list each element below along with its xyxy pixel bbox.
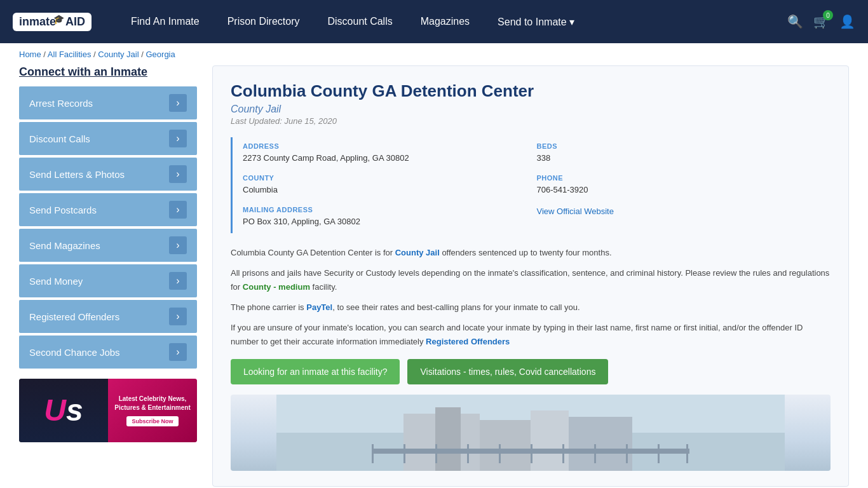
svg-rect-12 <box>467 444 469 463</box>
facility-description: Columbia County GA Detention Center is f… <box>231 246 831 349</box>
sidebar-item-registered-offenders[interactable]: Registered Offenders › <box>19 300 197 333</box>
desc1-cont: offenders sentenced up to twenty four mo… <box>440 248 612 257</box>
logo[interactable]: inmate 🎓 AID <box>13 13 92 31</box>
facility-type: County Jail <box>231 104 831 115</box>
sidebar-item-second-chance-jobs[interactable]: Second Chance Jobs › <box>19 336 197 369</box>
mailing-label: MAILING ADDRESS <box>243 206 532 214</box>
breadcrumb-all-facilities[interactable]: All Facilities <box>48 50 92 59</box>
action-buttons: Looking for an inmate at this facility? … <box>231 359 831 384</box>
desc2-link[interactable]: County - medium <box>243 282 310 292</box>
sidebar-item-label: Arrest Records <box>29 98 93 109</box>
breadcrumb-county-jail[interactable]: County Jail <box>98 50 139 59</box>
info-website: View Official Website <box>537 201 831 233</box>
desc1-text: Columbia County GA Detention Center is f… <box>231 248 395 257</box>
facility-image <box>231 395 831 471</box>
facility-content: Columbia County GA Detention Center Coun… <box>212 65 849 487</box>
address-value: 2273 County Camp Road, Appling, GA 30802 <box>243 152 532 164</box>
sidebar-arrow-icon: › <box>169 308 187 325</box>
sidebar-arrow-icon: › <box>169 201 187 219</box>
sidebar-item-label: Second Chance Jobs <box>29 347 120 358</box>
nav-discount-calls[interactable]: Discount Calls <box>313 0 406 43</box>
nav-send-to-inmate[interactable]: Send to Inmate ▾ <box>484 0 588 43</box>
sidebar-item-label: Discount Calls <box>29 133 90 144</box>
svg-rect-17 <box>626 444 628 463</box>
desc-para-4: If you are unsure of your inmate's locat… <box>231 321 831 349</box>
ad-logo: Us <box>44 395 83 426</box>
sidebar-item-send-money[interactable]: Send Money › <box>19 264 197 297</box>
svg-rect-10 <box>403 444 405 463</box>
desc-para-3: The phone carrier is PayTel, to see thei… <box>231 301 831 315</box>
svg-rect-4 <box>435 407 461 471</box>
desc3-cont: , to see their rates and best-calling pl… <box>332 302 580 312</box>
search-icon[interactable]: 🔍 <box>787 14 803 29</box>
svg-rect-19 <box>686 444 688 463</box>
svg-rect-14 <box>531 444 532 463</box>
desc3-link[interactable]: PayTel <box>306 302 332 312</box>
website-link[interactable]: View Official Website <box>537 207 614 216</box>
svg-rect-13 <box>499 444 501 463</box>
sidebar-ad[interactable]: Us Latest Celebrity News, Pictures & Ent… <box>19 379 197 442</box>
desc4-link[interactable]: Registered Offenders <box>426 337 510 346</box>
breadcrumb-state[interactable]: Georgia <box>146 50 175 59</box>
sidebar: Connect with an Inmate Arrest Records › … <box>19 65 197 487</box>
nav-prison-directory[interactable]: Prison Directory <box>214 0 314 43</box>
sidebar-arrow-icon: › <box>169 272 187 290</box>
logo-hat-icon: 🎓 <box>53 14 64 24</box>
sidebar-arrow-icon: › <box>169 236 187 254</box>
info-county: COUNTY Columbia <box>243 169 537 201</box>
info-phone: PHONE 706-541-3920 <box>537 169 831 201</box>
find-inmate-button[interactable]: Looking for an inmate at this facility? <box>231 359 400 384</box>
sidebar-item-send-letters[interactable]: Send Letters & Photos › <box>19 158 197 191</box>
beds-value: 338 <box>537 152 826 164</box>
svg-rect-5 <box>480 420 531 471</box>
desc4-text: If you are unsure of your inmate's locat… <box>231 323 803 346</box>
sidebar-item-send-magazines[interactable]: Send Magazines › <box>19 229 197 262</box>
visitations-button[interactable]: Visitations - times, rules, Covid cancel… <box>407 359 608 384</box>
sidebar-item-label: Registered Offenders <box>29 311 119 322</box>
facility-info-grid: ADDRESS 2273 County Camp Road, Appling, … <box>231 137 831 233</box>
sidebar-item-label: Send Magazines <box>29 240 100 251</box>
svg-rect-7 <box>569 417 632 471</box>
desc-para-1: Columbia County GA Detention Center is f… <box>231 246 831 260</box>
navbar-links: Find An Inmate Prison Directory Discount… <box>117 0 787 43</box>
sidebar-arrow-icon: › <box>169 94 187 112</box>
navbar-icons: 🔍 🛒 0 👤 <box>787 14 855 29</box>
ad-text: Latest Celebrity News, Pictures & Entert… <box>113 395 192 412</box>
info-beds: BEDS 338 <box>537 137 831 169</box>
ad-right: Latest Celebrity News, Pictures & Entert… <box>108 379 197 442</box>
sidebar-item-arrest-records[interactable]: Arrest Records › <box>19 86 197 119</box>
sidebar-item-send-postcards[interactable]: Send Postcards › <box>19 193 197 226</box>
facility-title: Columbia County GA Detention Center <box>231 81 831 101</box>
sidebar-arrow-icon: › <box>169 130 187 147</box>
logo-inmate-text: inmate <box>19 15 56 29</box>
sidebar-item-label: Send Money <box>29 276 83 287</box>
ad-subscribe-button[interactable]: Subscribe Now <box>126 416 178 426</box>
user-icon[interactable]: 👤 <box>839 14 855 29</box>
phone-value: 706-541-3920 <box>537 184 826 196</box>
svg-rect-15 <box>562 444 564 463</box>
mailing-value: PO Box 310, Appling, GA 30802 <box>243 216 532 227</box>
nav-magazines[interactable]: Magazines <box>407 0 484 43</box>
desc2-cont: facility. <box>310 282 337 292</box>
desc3-text: The phone carrier is <box>231 302 306 312</box>
svg-rect-18 <box>658 444 660 463</box>
svg-rect-16 <box>594 444 596 463</box>
logo-aid-text: AID <box>65 15 85 29</box>
info-address: ADDRESS 2273 County Camp Road, Appling, … <box>243 137 537 169</box>
cart-icon[interactable]: 🛒 0 <box>813 14 829 29</box>
sidebar-title: Connect with an Inmate <box>19 65 197 79</box>
facility-last-updated: Last Updated: June 15, 2020 <box>231 116 831 126</box>
nav-find-inmate[interactable]: Find An Inmate <box>117 0 214 43</box>
sidebar-item-discount-calls[interactable]: Discount Calls › <box>19 122 197 155</box>
address-label: ADDRESS <box>243 142 532 150</box>
breadcrumb-home[interactable]: Home <box>19 50 41 59</box>
desc1-link[interactable]: County Jail <box>395 248 440 257</box>
sidebar-item-label: Send Postcards <box>29 205 97 215</box>
breadcrumb: Home / All Facilities / County Jail / Ge… <box>0 43 868 65</box>
cart-badge: 0 <box>823 10 833 20</box>
sidebar-arrow-icon: › <box>169 165 187 183</box>
county-value: Columbia <box>243 184 532 196</box>
svg-rect-11 <box>435 444 437 463</box>
desc-para-2: All prisons and jails have Security or C… <box>231 266 831 294</box>
info-mailing: MAILING ADDRESS PO Box 310, Appling, GA … <box>243 201 537 233</box>
